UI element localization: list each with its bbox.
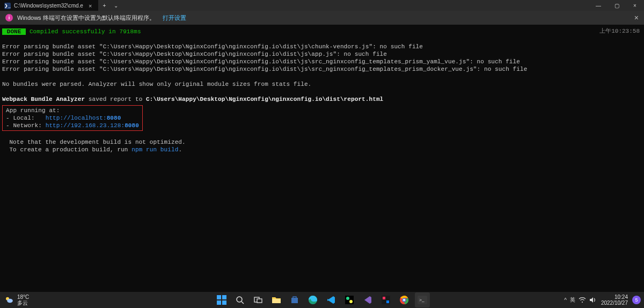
taskbar-center: >_ bbox=[214, 292, 430, 307]
default-terminal-notification: i Windows 终端可在设置中设置为默认终端应用程序。 打开设置 × bbox=[0, 11, 644, 25]
terminal-app-icon: ❯_ bbox=[4, 3, 11, 9]
analyzer-path: C:\Users\Happy\Desktop\NginxConfig\nginx… bbox=[146, 96, 383, 102]
file-explorer-icon[interactable] bbox=[269, 292, 284, 307]
windows-terminal-icon[interactable]: >_ bbox=[415, 292, 430, 307]
weather-widget[interactable]: 18°C 多云 bbox=[4, 294, 29, 306]
taskbar-right: ^ 英 10:24 2022/10/27 5 bbox=[564, 294, 644, 306]
info-icon: i bbox=[5, 14, 13, 21]
svg-rect-18 bbox=[383, 297, 385, 299]
dismiss-notification-button[interactable]: × bbox=[634, 13, 639, 22]
wifi-icon[interactable] bbox=[579, 297, 586, 303]
note-line: Note that the development build is not o… bbox=[2, 138, 642, 146]
clock-time: 10:24 bbox=[601, 294, 628, 300]
error-line: Error parsing bundle asset "C:\Users\Hap… bbox=[2, 43, 642, 50]
blank-line bbox=[2, 35, 642, 43]
open-settings-link[interactable]: 打开设置 bbox=[163, 14, 186, 22]
tray-chevron-up-icon[interactable]: ^ bbox=[564, 297, 567, 303]
svg-rect-5 bbox=[222, 300, 226, 305]
blank-line bbox=[2, 73, 642, 80]
error-line: Error parsing bundle asset "C:\Users\Hap… bbox=[2, 65, 642, 73]
start-button[interactable] bbox=[214, 292, 229, 307]
svg-point-25 bbox=[582, 302, 583, 303]
ime-indicator[interactable]: 英 bbox=[570, 296, 575, 304]
volume-icon[interactable] bbox=[589, 297, 597, 303]
done-message: Compiled successfully in 7918ms bbox=[30, 28, 141, 35]
taskbar-left: 18°C 多云 bbox=[0, 294, 29, 306]
tab-controls: + ⌄ bbox=[98, 0, 122, 11]
visual-studio-icon[interactable] bbox=[360, 292, 375, 307]
pycharm-icon[interactable] bbox=[342, 292, 357, 307]
tab-close-button[interactable]: × bbox=[86, 3, 94, 9]
svg-point-1 bbox=[7, 299, 13, 303]
svg-rect-4 bbox=[217, 300, 221, 305]
tab-title: C:\Windows\system32\cmd.e bbox=[14, 3, 83, 9]
svg-rect-14 bbox=[345, 296, 354, 304]
close-window-button[interactable]: × bbox=[626, 0, 644, 11]
window-controls: — ▢ × bbox=[589, 0, 644, 11]
svg-rect-2 bbox=[217, 295, 221, 299]
vscode-icon[interactable] bbox=[324, 292, 339, 307]
local-url[interactable]: http://localhost:8080 bbox=[46, 115, 121, 121]
done-badge: DONE bbox=[2, 28, 26, 35]
clock-date: 2022/10/27 bbox=[601, 300, 628, 306]
weather-desc: 多云 bbox=[17, 300, 29, 306]
tab-dropdown-button[interactable]: ⌄ bbox=[110, 0, 122, 11]
svg-rect-3 bbox=[222, 295, 226, 299]
network-url[interactable]: http://192.168.23.128:8080 bbox=[46, 122, 139, 129]
task-view-button[interactable] bbox=[251, 292, 266, 307]
maximize-button[interactable]: ▢ bbox=[608, 0, 626, 11]
svg-line-7 bbox=[241, 302, 244, 304]
analyzer-mid: saved report to bbox=[85, 96, 146, 102]
weather-icon bbox=[4, 295, 14, 305]
svg-rect-9 bbox=[257, 299, 262, 303]
notification-text: Windows 终端可在设置中设置为默认终端应用程序。 bbox=[17, 14, 155, 22]
notification-center-badge[interactable]: 5 bbox=[632, 296, 641, 304]
system-tray[interactable]: ^ 英 bbox=[564, 296, 597, 304]
error-line: Error parsing bundle asset "C:\Users\Hap… bbox=[2, 58, 642, 65]
blank-line bbox=[2, 88, 642, 96]
npm-run-build-cmd: npm run build bbox=[131, 146, 178, 153]
terminal-output[interactable]: 上午10:23:58 DONE Compiled successfully in… bbox=[0, 25, 644, 292]
windows-taskbar: 18°C 多云 >_ ^ 英 bbox=[0, 292, 644, 308]
svg-rect-12 bbox=[293, 297, 296, 298]
local-url-line: - Local: http://localhost:8080 bbox=[6, 114, 139, 122]
highlighted-urls-box: App running at: - Local: http://localhos… bbox=[2, 105, 143, 131]
compile-timestamp: 上午10:23:58 bbox=[599, 27, 640, 35]
svg-rect-10 bbox=[272, 299, 281, 303]
svg-point-6 bbox=[237, 297, 242, 302]
note-line: To create a production build, run npm ru… bbox=[2, 146, 642, 153]
search-button[interactable] bbox=[232, 292, 247, 307]
weather-temp: 18°C bbox=[17, 294, 29, 300]
analyzer-line: Webpack Bundle Analyzer saved report to … bbox=[2, 96, 642, 103]
edge-icon[interactable] bbox=[305, 292, 320, 307]
minimize-button[interactable]: — bbox=[589, 0, 608, 11]
terminal-window: ❯_ C:\Windows\system32\cmd.e × + ⌄ — ▢ ×… bbox=[0, 0, 644, 308]
network-url-line: - Network: http://192.168.23.128:8080 bbox=[6, 122, 139, 129]
error-line: Error parsing bundle asset "C:\Users\Hap… bbox=[2, 50, 642, 58]
title-bar: ❯_ C:\Windows\system32\cmd.e × + ⌄ — ▢ × bbox=[0, 0, 644, 11]
svg-point-15 bbox=[346, 297, 349, 300]
intellij-icon[interactable] bbox=[378, 292, 393, 307]
titlebar-drag-region[interactable] bbox=[122, 0, 589, 11]
svg-text:>_: >_ bbox=[419, 297, 425, 303]
blank-line bbox=[2, 131, 642, 138]
tab-cmd[interactable]: ❯_ C:\Windows\system32\cmd.e × bbox=[0, 0, 98, 11]
chrome-icon[interactable] bbox=[397, 292, 412, 307]
taskbar-clock[interactable]: 10:24 2022/10/27 bbox=[601, 294, 628, 306]
analyzer-label: Webpack Bundle Analyzer bbox=[2, 96, 85, 102]
no-bundles-line: No bundles were parsed. Analyzer will sh… bbox=[2, 80, 642, 88]
svg-point-22 bbox=[403, 299, 405, 301]
new-tab-button[interactable]: + bbox=[98, 0, 110, 11]
app-running-label: App running at: bbox=[6, 107, 139, 114]
svg-rect-19 bbox=[386, 300, 389, 303]
microsoft-store-icon[interactable] bbox=[287, 292, 302, 307]
done-line: DONE Compiled successfully in 7918ms bbox=[2, 28, 642, 35]
svg-point-16 bbox=[349, 300, 353, 303]
